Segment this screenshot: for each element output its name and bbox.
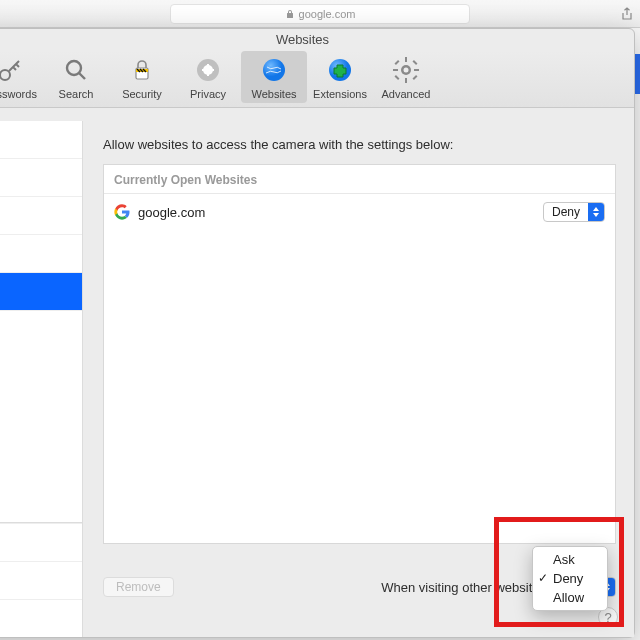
toolbar-label: Passwords [0, 88, 37, 100]
sidebar-item[interactable]: yer [0, 561, 82, 599]
search-icon [61, 55, 91, 85]
lock-icon [285, 9, 295, 19]
svg-rect-11 [393, 69, 398, 71]
svg-rect-10 [405, 78, 407, 83]
toolbar-item-websites[interactable]: Websites [241, 51, 307, 103]
help-icon: ? [604, 610, 611, 625]
stepper-arrows-icon [588, 203, 604, 221]
sidebar-item[interactable] [0, 523, 82, 561]
sidebar: s yer [0, 121, 83, 637]
content-area: s yer Allow websites to access the camer… [0, 121, 634, 637]
sidebar-item[interactable] [0, 235, 82, 273]
privacy-icon [193, 55, 223, 85]
permission-dropdown: Ask ✓ Deny Allow [532, 546, 608, 611]
main-pane: Allow websites to access the camera with… [83, 121, 634, 637]
svg-rect-15 [395, 75, 400, 80]
window-title: Websites [0, 29, 634, 51]
footer-label: When visiting other websites [381, 580, 546, 595]
toolbar-label: Extensions [313, 88, 367, 100]
browser-address-bar: google.com [0, 0, 640, 28]
dropdown-option-ask[interactable]: Ask [533, 550, 607, 569]
security-icon [127, 55, 157, 85]
svg-rect-14 [413, 75, 418, 80]
toolbar-label: Security [122, 88, 162, 100]
toolbar-item-security[interactable]: Security [109, 51, 175, 103]
dropdown-option-deny[interactable]: ✓ Deny [533, 569, 607, 588]
toolbar-label: Websites [251, 88, 296, 100]
svg-point-1 [67, 61, 81, 75]
address-field[interactable]: google.com [170, 4, 470, 24]
gear-icon [391, 55, 421, 85]
instruction-text: Allow websites to access the camera with… [103, 137, 616, 152]
permission-select[interactable]: Deny [543, 202, 605, 222]
checkmark-icon: ✓ [538, 571, 548, 585]
extensions-icon [325, 55, 355, 85]
sidebar-item[interactable]: s [0, 159, 82, 197]
key-icon [0, 55, 25, 85]
svg-point-6 [263, 59, 285, 81]
toolbar-item-passwords[interactable]: Passwords [0, 51, 43, 103]
sidebar-item[interactable] [0, 121, 82, 159]
svg-point-17 [404, 68, 409, 73]
preferences-toolbar: Passwords Search Security Priv [0, 51, 634, 108]
option-label: Deny [553, 571, 583, 586]
dropdown-option-allow[interactable]: Allow [533, 588, 607, 607]
website-name: google.com [138, 205, 205, 220]
remove-button[interactable]: Remove [103, 577, 174, 597]
svg-rect-5 [203, 65, 213, 75]
sidebar-item[interactable] [0, 197, 82, 235]
toolbar-label: Advanced [382, 88, 431, 100]
option-label: Allow [553, 590, 584, 605]
panel-header: Currently Open Websites [104, 165, 615, 194]
address-text: google.com [299, 8, 356, 20]
toolbar-item-privacy[interactable]: Privacy [175, 51, 241, 103]
google-favicon-icon [114, 204, 130, 220]
preferences-window: Websites Passwords Search Secur [0, 28, 635, 638]
sidebar-item-selected[interactable] [0, 273, 82, 311]
share-icon[interactable] [620, 7, 634, 21]
svg-rect-9 [405, 57, 407, 62]
svg-point-0 [0, 70, 10, 80]
globe-icon [259, 55, 289, 85]
websites-panel: Currently Open Websites google.com Deny [103, 164, 616, 544]
toolbar-item-extensions[interactable]: Extensions [307, 51, 373, 103]
option-label: Ask [553, 552, 575, 567]
toolbar-item-advanced[interactable]: Advanced [373, 51, 439, 103]
toolbar-item-search[interactable]: Search [43, 51, 109, 103]
svg-rect-12 [414, 69, 419, 71]
website-row[interactable]: google.com Deny [104, 194, 615, 230]
toolbar-label: Privacy [190, 88, 226, 100]
svg-rect-13 [395, 60, 400, 65]
svg-rect-16 [413, 60, 418, 65]
sidebar-item[interactable] [0, 599, 82, 637]
permission-value: Deny [544, 205, 588, 219]
toolbar-label: Search [59, 88, 94, 100]
